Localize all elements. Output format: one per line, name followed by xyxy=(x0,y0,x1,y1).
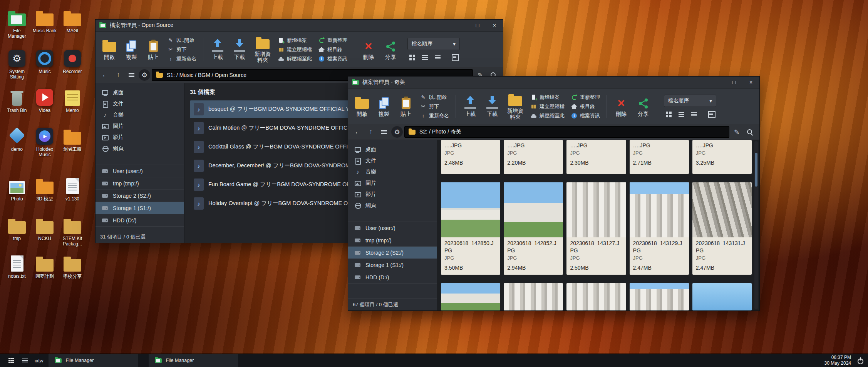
scrollbar-thumb[interactable] xyxy=(755,153,757,187)
create-archive-button[interactable]: 建立壓縮檔 xyxy=(531,103,565,111)
sidebar-item-videos[interactable]: 影片 xyxy=(348,189,437,200)
upload-button[interactable]: 上載 xyxy=(210,39,225,61)
photo-card[interactable]: ….JPGJPG3.25MB xyxy=(692,140,752,174)
sidebar-item-user-drive[interactable]: User (user:/) xyxy=(96,165,184,177)
sort-dropdown[interactable]: 檔名順序 ▾ xyxy=(407,38,460,50)
sidebar-item-storage2[interactable]: Storage 2 (S2:/) xyxy=(96,190,184,202)
input-method-indicator[interactable]: ixtw xyxy=(35,358,43,364)
share-button[interactable]: 分享 xyxy=(635,96,651,118)
sidebar-item-documents[interactable]: 文件 xyxy=(348,155,437,166)
up-button[interactable]: ↑ xyxy=(365,126,377,138)
photo-card[interactable] xyxy=(630,283,689,310)
sidebar-item-desktop[interactable]: 桌面 xyxy=(348,144,437,155)
refresh-button[interactable]: 重新整理 xyxy=(318,37,347,45)
minimize-button[interactable]: – xyxy=(709,77,726,88)
back-button[interactable]: ← xyxy=(352,126,364,138)
sidebar-item-storage1[interactable]: Storage 1 (S1:/) xyxy=(96,202,184,214)
view-list-button[interactable] xyxy=(420,53,429,62)
photo-card[interactable]: ….JPGJPG2.30MB xyxy=(566,140,626,174)
edit-path-button[interactable]: ✎ xyxy=(731,126,742,138)
sort-dropdown[interactable]: 檔名順序 ▾ xyxy=(664,95,716,107)
extract-here-button[interactable]: 解壓縮至此 xyxy=(278,55,312,63)
copy-button[interactable]: 複製 xyxy=(376,96,392,118)
new-file-button[interactable]: 新增檔案 xyxy=(278,37,312,45)
cut-button[interactable]: ✂剪下 xyxy=(168,46,196,54)
desktop-icon-trash-bin[interactable]: Trash Bin xyxy=(3,87,31,126)
photo-card[interactable]: 20230618_143131.JPGJPG2.47MB xyxy=(692,182,752,275)
task-view-button[interactable] xyxy=(18,354,32,367)
sidebar-item-tmp-drive[interactable]: tmp (tmp:/) xyxy=(96,177,184,190)
paste-button[interactable]: 貼上 xyxy=(398,96,414,118)
photo-card[interactable] xyxy=(441,283,500,310)
sidebar-item-hdd[interactable]: HDD (D:/) xyxy=(348,271,437,283)
sidebar-item-web[interactable]: 網頁 xyxy=(348,200,437,211)
new-folder-button[interactable]: 新增資料夾 xyxy=(506,93,524,120)
desktop-icon-photo[interactable]: Photo xyxy=(3,176,31,215)
open-button[interactable]: 開啟 xyxy=(354,96,370,118)
photo-card[interactable]: ….JPGJPG2.48MB xyxy=(441,140,500,174)
view-compact-button[interactable] xyxy=(433,53,442,62)
desktop-icon-school-share[interactable]: 學校分享 xyxy=(59,253,86,295)
extract-here-button[interactable]: 解壓縮至此 xyxy=(531,112,565,120)
titlebar[interactable]: 檔案管理員 - Open Source – □ × xyxy=(96,20,503,32)
titlebar[interactable]: 檔案管理員 - 奇美 – □ × xyxy=(348,77,759,88)
view-detail-button[interactable] xyxy=(451,53,460,62)
desktop-icon-music-bank[interactable]: Music Bank xyxy=(31,8,59,48)
photo-card[interactable]: 20230618_143127.JPGJPG2.50MB xyxy=(566,182,626,275)
open-button[interactable]: 開啟 xyxy=(102,39,117,61)
photo-card[interactable]: ….JPGJPG2.20MB xyxy=(504,140,563,174)
desktop-icon-demo[interactable]: demo xyxy=(3,126,31,176)
sidebar-item-pictures[interactable]: 圖片 xyxy=(348,177,437,189)
view-list-button[interactable] xyxy=(677,110,686,119)
desktop-icon-ncku[interactable]: NCKU xyxy=(31,215,59,253)
sidebar-item-pictures[interactable]: 圖片 xyxy=(96,120,184,132)
view-compact-button[interactable] xyxy=(689,110,699,119)
close-button[interactable]: × xyxy=(742,77,759,88)
copy-button[interactable]: 複製 xyxy=(124,39,139,61)
maximize-button[interactable]: □ xyxy=(726,77,742,88)
sidebar-item-music[interactable]: ♪音樂 xyxy=(96,109,184,120)
rename-button[interactable]: ↕重新命名 xyxy=(168,55,196,63)
desktop-icon-file-manager[interactable]: File Manager xyxy=(3,8,31,48)
desktop-icon-maker-factory[interactable]: 創者工廠 xyxy=(59,126,86,176)
taskbar-window-file-manager-1[interactable]: File Manager xyxy=(49,354,138,367)
sidebar-item-videos[interactable]: 影片 xyxy=(96,132,184,143)
create-archive-button[interactable]: 建立壓縮檔 xyxy=(278,46,312,54)
open-with-button[interactable]: ✎以..開啟 xyxy=(420,93,449,102)
photo-card[interactable]: 20230618_142852.JPGJPG2.94MB xyxy=(504,182,563,275)
upload-button[interactable]: 上載 xyxy=(462,96,478,118)
sidebar-item-storage1[interactable]: Storage 1 (S1:/) xyxy=(348,259,437,271)
sidebar-item-desktop[interactable]: 桌面 xyxy=(96,87,184,98)
sidebar-item-documents[interactable]: 文件 xyxy=(96,98,184,109)
path-field[interactable]: S2: / Photo / 奇美 xyxy=(404,126,729,138)
new-folder-button[interactable]: 新增資料夾 xyxy=(254,36,271,63)
desktop-icon-holodex-music[interactable]: Holodex Music xyxy=(31,126,59,176)
root-button[interactable]: 根目錄 xyxy=(318,46,347,54)
search-button[interactable] xyxy=(744,126,756,138)
new-file-button[interactable]: 新增檔案 xyxy=(531,93,565,102)
desktop-icon-recorder[interactable]: Recorder xyxy=(59,48,86,87)
desktop-icon-notes-txt[interactable]: notes.txt xyxy=(3,253,31,295)
cut-button[interactable]: ✂剪下 xyxy=(420,103,449,111)
desktop-icon-tmp[interactable]: tmp xyxy=(3,215,31,253)
download-button[interactable]: 下載 xyxy=(232,39,247,61)
maximize-button[interactable]: □ xyxy=(469,20,486,31)
settings-button[interactable]: ⚙ xyxy=(139,69,150,81)
desktop-icon-videa[interactable]: Videa xyxy=(31,87,59,126)
menu-button[interactable] xyxy=(378,126,390,138)
desktop-icon-3d-models[interactable]: 3D 模型 xyxy=(31,176,59,215)
photo-card[interactable]: 20230618_142850.JPGJPG3.50MB xyxy=(441,182,500,275)
desktop-icon-stem-kit[interactable]: STEM Kit Packag... xyxy=(59,215,86,253)
desktop-icon-v1130[interactable]: v1.130 xyxy=(59,176,86,215)
sidebar-item-hdd[interactable]: HDD (D:/) xyxy=(96,214,184,226)
sidebar-item-tmp-drive[interactable]: tmp (tmp:/) xyxy=(348,234,437,247)
rename-button[interactable]: ↕重新命名 xyxy=(420,112,449,120)
file-info-button[interactable]: 檔案資訊 xyxy=(571,112,600,120)
open-with-button[interactable]: ✎以..開啟 xyxy=(168,37,196,45)
sidebar-item-storage2[interactable]: Storage 2 (S2:/) xyxy=(348,247,437,259)
sidebar-item-music[interactable]: ♪音樂 xyxy=(348,166,437,177)
settings-button[interactable]: ⚙ xyxy=(391,126,403,138)
desktop-icon-memo[interactable]: Memo xyxy=(59,87,86,126)
delete-button[interactable]: × 刪除 xyxy=(613,96,629,118)
view-grid-button[interactable] xyxy=(664,110,673,119)
